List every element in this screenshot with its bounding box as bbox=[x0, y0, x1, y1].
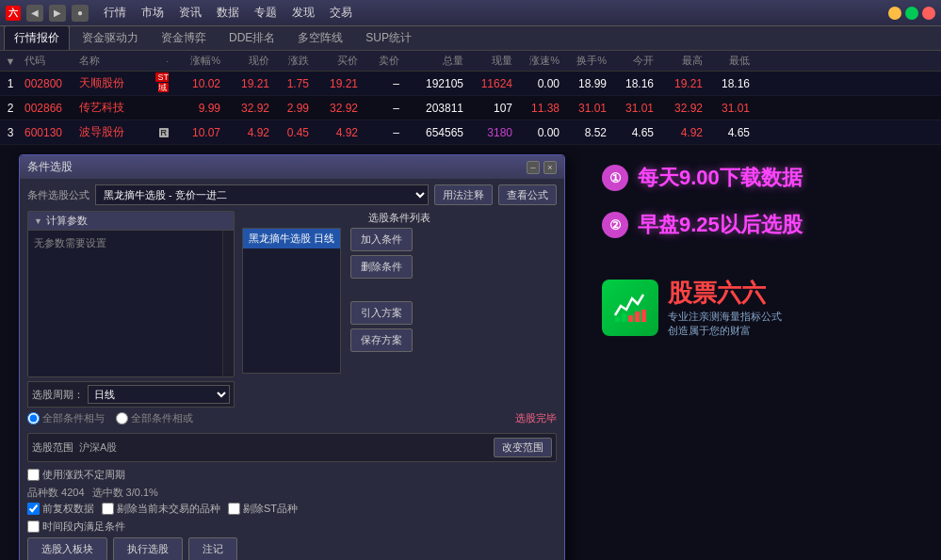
chk-time[interactable]: 时间段内满足条件 bbox=[27, 520, 125, 534]
tab-zijin-boyi[interactable]: 资金博弈 bbox=[151, 25, 217, 50]
nav-faxian[interactable]: 发现 bbox=[292, 5, 315, 21]
header-dot: · bbox=[146, 56, 172, 66]
tab-zijin-qudong[interactable]: 资金驱动力 bbox=[72, 25, 149, 50]
cell-idx: 3 bbox=[0, 126, 21, 139]
table-row[interactable]: 1 002800 天顺股份 ST域 10.02 19.21 1.75 19.21… bbox=[0, 72, 941, 96]
anno-item-1: ① 每天9.00下载数据 bbox=[602, 164, 922, 192]
close-button[interactable] bbox=[922, 7, 935, 20]
nav-shuju[interactable]: 数据 bbox=[217, 5, 239, 21]
radio-and[interactable]: 全部条件相与 bbox=[27, 411, 105, 425]
chk-no-st-input[interactable] bbox=[228, 503, 240, 515]
comment-button[interactable]: 注记 bbox=[188, 537, 237, 560]
nav-zixun[interactable]: 资讯 bbox=[179, 5, 202, 21]
cell-high: 19.21 bbox=[657, 77, 706, 90]
nav-hangqing[interactable]: 行情 bbox=[104, 5, 126, 21]
cond-item[interactable]: 黑龙摘牛选股 日线 bbox=[243, 229, 340, 248]
tab-sup-tongji[interactable]: SUP统计 bbox=[355, 25, 422, 50]
add-condition-button[interactable]: 加入条件 bbox=[350, 228, 413, 251]
nav-forward[interactable]: ▶ bbox=[49, 5, 66, 22]
dialog-close[interactable]: × bbox=[544, 161, 557, 174]
radio-or[interactable]: 全部条件相或 bbox=[116, 411, 193, 425]
nav-jiaoyi[interactable]: 交易 bbox=[330, 5, 352, 21]
table-row[interactable]: 2 002866 传艺科技 9.99 32.92 2.99 32.92 – 20… bbox=[0, 96, 941, 120]
dialog-window-controls: – × bbox=[527, 161, 557, 174]
params-scrollbar[interactable] bbox=[222, 231, 234, 376]
window-controls bbox=[888, 7, 935, 20]
cond-right-area: 黑龙摘牛选股 日线 加入条件 删除条件 引入方案 保存方案 bbox=[242, 228, 557, 374]
header-change: 涨幅% bbox=[172, 54, 224, 68]
chk-no-st-label: 剔除ST品种 bbox=[243, 502, 298, 516]
cell-code: 002800 bbox=[21, 77, 75, 90]
import-scheme-button[interactable]: 引入方案 bbox=[350, 301, 413, 325]
cell-name: 波导股份 bbox=[75, 124, 146, 140]
cond-buttons: 加入条件 删除条件 引入方案 保存方案 bbox=[350, 228, 413, 374]
stats-select: 选中数 3/0.1% bbox=[92, 486, 158, 500]
cell-turn: 8.52 bbox=[563, 126, 610, 139]
anno-num-1: ① bbox=[602, 165, 628, 191]
brand-text-area: 股票六六 专业注亲测海量指标公式 创造属于您的财富 bbox=[668, 277, 782, 338]
svg-rect-2 bbox=[628, 315, 633, 322]
cell-buy: 4.92 bbox=[313, 126, 362, 139]
chk-replay[interactable]: 前复权数据 bbox=[27, 502, 94, 516]
howto-button[interactable]: 用法注释 bbox=[434, 184, 493, 205]
cell-name: 传艺科技 bbox=[75, 100, 146, 116]
titlebar: 六 ◀ ▶ ● 行情 市场 资讯 数据 专题 发现 交易 bbox=[0, 0, 941, 26]
brand-name-part2: 六六 bbox=[717, 279, 766, 307]
chk-irregular[interactable]: 使用涨跌不定周期 bbox=[27, 468, 125, 482]
cell-sell: – bbox=[362, 126, 403, 139]
dialog-title-text: 条件选股 bbox=[27, 159, 73, 175]
chk-replay-input[interactable] bbox=[27, 503, 40, 515]
chk-no-st[interactable]: 剔除ST品种 bbox=[228, 502, 298, 516]
stock-table: ▼ 代码 名称 · 涨幅% 现价 涨跌 买价 卖价 总量 现量 涨速% 换手% … bbox=[0, 51, 941, 145]
dialog-titlebar: 条件选股 – × bbox=[20, 155, 564, 179]
header-low: 最低 bbox=[706, 54, 754, 68]
radio-and-label: 全部条件相与 bbox=[42, 411, 105, 425]
cell-vol: 203811 bbox=[403, 102, 467, 115]
minimize-button[interactable] bbox=[888, 7, 901, 20]
nav-back[interactable]: ◀ bbox=[26, 5, 43, 22]
chk-irregular-input[interactable] bbox=[27, 469, 40, 481]
cell-idx: 2 bbox=[0, 102, 21, 115]
tab-dde-paiming[interactable]: DDE排名 bbox=[219, 25, 285, 50]
cell-high: 4.92 bbox=[657, 126, 706, 139]
cell-high: 32.92 bbox=[657, 102, 706, 115]
header-name: 名称 bbox=[75, 54, 146, 68]
chk-no-recent[interactable]: 剔除当前未交易的品种 bbox=[102, 502, 220, 516]
header-diff: 涨跌 bbox=[273, 54, 313, 68]
chk-irregular-label: 使用涨跌不定周期 bbox=[42, 468, 125, 482]
cell-diff: 1.75 bbox=[273, 77, 313, 90]
delete-condition-button[interactable]: 删除条件 bbox=[350, 255, 413, 279]
header-sell: 卖价 bbox=[362, 54, 403, 68]
change-scope-button[interactable]: 改变范围 bbox=[494, 438, 552, 457]
tab-hangqing-baojia[interactable]: 行情报价 bbox=[4, 25, 70, 50]
brand-sub1: 专业注亲测海量指标公式 bbox=[668, 310, 782, 324]
dialog-minimize[interactable]: – bbox=[527, 161, 540, 174]
period-select[interactable]: 日线 bbox=[88, 385, 230, 404]
view-formula-button[interactable]: 查看公式 bbox=[498, 184, 557, 205]
cell-buy: 19.21 bbox=[313, 77, 362, 90]
chk-no-recent-input[interactable] bbox=[102, 503, 114, 515]
nav-zhuanti[interactable]: 专题 bbox=[254, 5, 277, 21]
cell-sell: – bbox=[362, 77, 403, 90]
save-scheme-button[interactable]: 保存方案 bbox=[350, 328, 413, 352]
select-status: 选股完毕 bbox=[515, 411, 557, 425]
params-content: 无参数需要设置 bbox=[28, 231, 234, 376]
brand-name: 股票六六 bbox=[668, 277, 782, 310]
nav-home[interactable]: ● bbox=[72, 5, 89, 22]
cell-turn: 18.99 bbox=[563, 77, 610, 90]
main-area: 条件选股 – × 条件选股公式 黑龙摘牛选股 - 竞价一进二 用法注释 查看公式 bbox=[0, 145, 941, 560]
maximize-button[interactable] bbox=[905, 7, 918, 20]
chk-time-input[interactable] bbox=[27, 520, 40, 533]
formula-select[interactable]: 黑龙摘牛选股 - 竞价一进二 bbox=[95, 184, 429, 205]
table-header: ▼ 代码 名称 · 涨幅% 现价 涨跌 买价 卖价 总量 现量 涨速% 换手% … bbox=[0, 51, 941, 72]
add-pool-button[interactable]: 选股入板块 bbox=[27, 537, 107, 560]
execute-button[interactable]: 执行选股 bbox=[113, 537, 183, 560]
table-row[interactable]: 3 600130 波导股份 R 10.07 4.92 0.45 4.92 – 6… bbox=[0, 120, 941, 145]
cell-badge: R bbox=[146, 128, 172, 137]
cell-chg: 11.38 bbox=[516, 102, 563, 115]
header-buy: 买价 bbox=[313, 54, 362, 68]
header-idx: ▼ bbox=[0, 56, 21, 67]
cell-diff: 2.99 bbox=[273, 102, 313, 115]
nav-shichang[interactable]: 市场 bbox=[141, 5, 164, 21]
tab-duokong-zhengxian[interactable]: 多空阵线 bbox=[287, 25, 353, 50]
